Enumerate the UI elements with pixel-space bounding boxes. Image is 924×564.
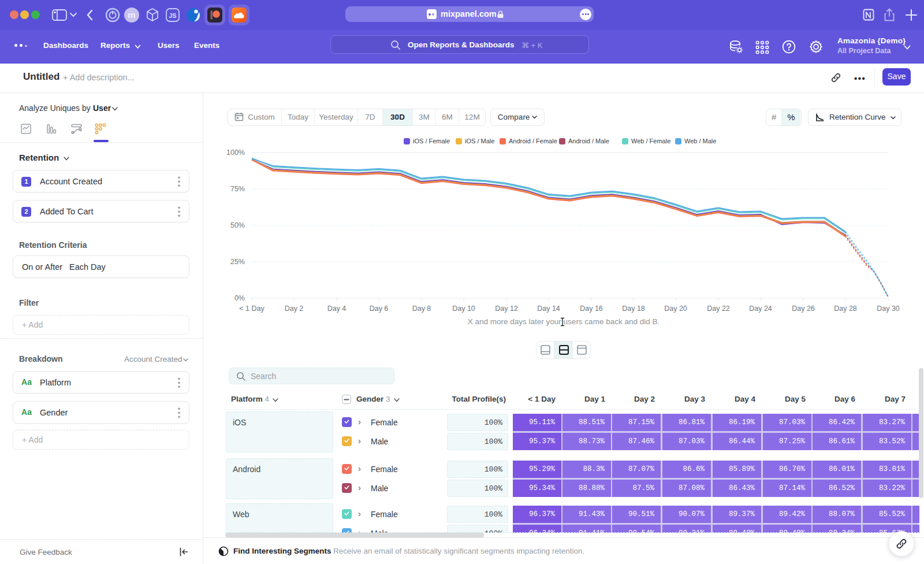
svg-text:JS: JS <box>169 12 177 19</box>
